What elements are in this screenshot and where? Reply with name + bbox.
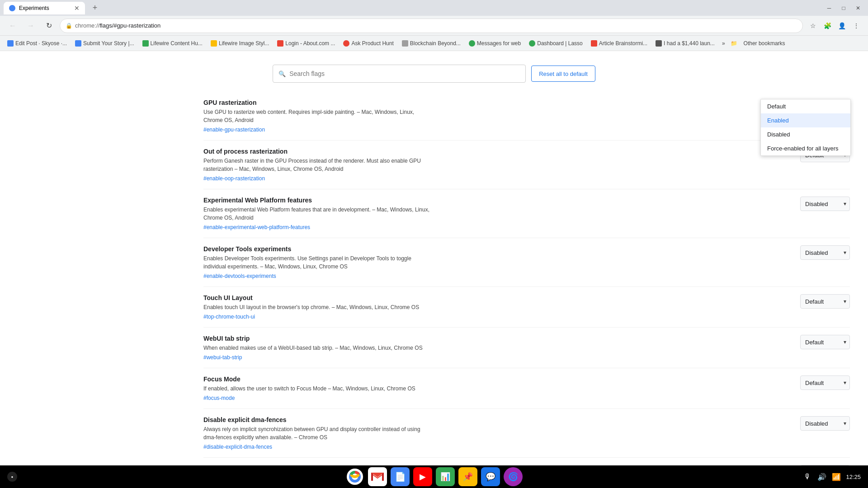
bookmark-other-bookmarks[interactable]: Other bookmarks (740, 38, 789, 48)
flag-select-exp-web[interactable]: Disabled (800, 197, 850, 211)
dropdown-option-default[interactable]: Default (761, 99, 850, 113)
flag-select-touch-ui[interactable]: Default (800, 294, 850, 309)
bookmark-edit-post[interactable]: Edit Post · Skyose ·... (4, 38, 71, 48)
bookmark-favicon (277, 40, 283, 47)
svg-rect-4 (371, 473, 373, 481)
flag-link[interactable]: #enable-gpu-rasterization (203, 127, 265, 133)
taskbar-chrome[interactable] (345, 467, 364, 486)
flag-info: Developer Tools experiments Enables Deve… (203, 245, 574, 279)
bookmark-had-1440[interactable]: I had a $1,440 laun... (652, 38, 718, 48)
browser-tab[interactable]: Experiments ✕ (4, 2, 85, 14)
dropdown-option-force-enabled[interactable]: Force-enabled for all layers (761, 141, 850, 155)
flag-link[interactable]: #top-chrome-touch-ui (203, 314, 255, 320)
search-input[interactable] (289, 70, 520, 77)
menu-button[interactable]: ⋮ (850, 19, 863, 32)
bookmark-lifewire-content[interactable]: Lifewire Content Hu... (139, 38, 206, 48)
dropdown-option-disabled[interactable]: Disabled (761, 127, 850, 141)
taskbar-messages[interactable]: 💬 (481, 467, 500, 486)
flag-link[interactable]: #enable-devtools-experiments (203, 273, 276, 279)
bookmark-favicon (343, 40, 349, 47)
dropdown-option-enabled[interactable]: Enabled (761, 113, 850, 127)
title-bar: Experiments ✕ + ─ □ ✕ (0, 0, 868, 16)
taskbar-youtube[interactable]: ▶ (413, 467, 432, 486)
flag-control-devtools: Disabled (800, 245, 850, 260)
bookmark-label: Submit Your Story |... (83, 40, 134, 47)
flag-list: GPU rasterization Use GPU to rasterize w… (0, 92, 868, 465)
forward-button[interactable]: → (24, 19, 38, 33)
address-bar[interactable]: 🔒 chrome:// flags/#gpu-rasterization (60, 19, 803, 33)
flag-description: Perform Ganesh raster in the GPU Process… (203, 157, 574, 173)
flag-select-devtools[interactable]: Disabled (800, 245, 850, 260)
bookmark-label: Ask Product Hunt (351, 40, 393, 47)
bookmark-favicon (656, 40, 662, 47)
flag-name: WebUI tab strip (203, 335, 574, 342)
taskbar-sheets[interactable]: 📊 (436, 467, 455, 486)
reload-button[interactable]: ↻ (42, 19, 56, 33)
bookmark-article-brainstorm[interactable]: Article Brainstormi... (587, 38, 651, 48)
flag-link[interactable]: #disable-explicit-dma-fences (203, 444, 272, 450)
taskbar-photos[interactable]: 🌀 (504, 467, 523, 486)
bookmark-ask-product-hunt[interactable]: Ask Product Hunt (340, 38, 397, 48)
page-content: 🔍 Reset all to default GPU rasterization… (0, 51, 868, 465)
flag-select-dma-fences[interactable]: Disabled (800, 416, 850, 431)
flag-name: Out of process rasterization (203, 148, 574, 155)
flag-link[interactable]: #enable-oop-rasterization (203, 175, 265, 182)
flag-info: Experimental Web Platform features Enabl… (203, 197, 574, 230)
flag-control-touch-ui: Default (800, 294, 850, 309)
microphone-icon[interactable]: 🎙 (802, 472, 812, 482)
bookmark-label: Lifewire Content Hu... (151, 40, 203, 47)
bookmark-messages-web[interactable]: Messages for web (465, 38, 524, 48)
flag-select-webui-tab[interactable]: Default (800, 335, 850, 349)
new-tab-button[interactable]: + (89, 2, 101, 14)
flag-item-focus-mode: Focus Mode If enabled, allows the user t… (203, 368, 850, 409)
flags-page: 🔍 Reset all to default GPU rasterization… (0, 51, 868, 465)
taskbar-gmail[interactable] (368, 467, 387, 486)
taskbar-docs[interactable]: 📄 (391, 467, 410, 486)
tab-favicon (9, 5, 15, 11)
reset-all-button[interactable]: Reset all to default (531, 66, 595, 82)
bookmark-submit-story[interactable]: Submit Your Story |... (71, 38, 138, 48)
tab-close-button[interactable]: ✕ (74, 5, 80, 12)
navigation-bar: ← → ↻ 🔒 chrome:// flags/#gpu-rasterizati… (0, 16, 868, 36)
minimize-button[interactable]: ─ (823, 3, 835, 13)
flag-link[interactable]: #enable-experimental-web-platform-featur… (203, 224, 310, 230)
flag-description: When enabled makes use of a WebUI-based … (203, 344, 574, 352)
bookmark-label: Article Brainstormi... (599, 40, 647, 47)
bookmark-blockchain[interactable]: Blockchain Beyond... (398, 38, 464, 48)
flag-description: Use GPU to rasterize web content. Requir… (203, 108, 574, 124)
flag-control-dma-fences: Disabled (800, 416, 850, 431)
maximize-button[interactable]: □ (837, 3, 850, 13)
nav-actions: ☆ 🧩 👤 ⋮ (807, 19, 863, 32)
bookmark-label: Blockchain Beyond... (410, 40, 461, 47)
flag-control-gpu: Default Enabled Disabled Force-enabled f… (760, 99, 850, 113)
flag-select-focus-mode[interactable]: Default (800, 375, 850, 390)
network-icon[interactable]: 📶 (831, 472, 841, 482)
flag-control-webui-tab: Default (800, 335, 850, 349)
flag-info: Touch UI Layout Enables touch UI layout … (203, 294, 574, 320)
bookmark-folder-icon: 📁 (729, 38, 739, 48)
close-window-button[interactable]: ✕ (852, 3, 864, 13)
back-button[interactable]: ← (5, 19, 20, 33)
extensions-button[interactable]: 🧩 (821, 19, 834, 32)
flag-link[interactable]: #webui-tab-strip (203, 354, 242, 361)
bookmark-dashboard-lasso[interactable]: Dashboard | Lasso (525, 38, 586, 48)
flag-description: Enables Developer Tools experiments. Use… (203, 254, 574, 271)
svg-rect-5 (382, 473, 384, 481)
bookmark-favicon (469, 40, 475, 47)
select-wrapper: Disabled (800, 416, 850, 431)
flag-info: Focus Mode If enabled, allows the user t… (203, 375, 574, 401)
url-path: flags/#gpu-rasterization (99, 22, 160, 29)
dropdown-popup-gpu: Default Enabled Disabled Force-enabled f… (760, 99, 851, 156)
flag-item-touch-ui: Touch UI Layout Enables touch UI layout … (203, 287, 850, 328)
flag-info: WebUI tab strip When enabled makes use o… (203, 335, 574, 361)
bookmark-button[interactable]: ☆ (807, 19, 819, 32)
search-icon: 🔍 (278, 70, 286, 77)
flag-link[interactable]: #focus-mode (203, 395, 235, 401)
profile-button[interactable]: 👤 (835, 19, 848, 32)
bookmark-double-arrow[interactable]: » (719, 38, 728, 48)
bookmarks-bar: Edit Post · Skyose ·... Submit Your Stor… (0, 36, 868, 51)
bookmark-login-about[interactable]: Login - About.com ... (274, 38, 339, 48)
taskbar-keep[interactable]: 📌 (458, 467, 477, 486)
volume-icon[interactable]: 🔊 (817, 472, 827, 482)
bookmark-lifewire-image[interactable]: Lifewire Image Styl... (207, 38, 273, 48)
